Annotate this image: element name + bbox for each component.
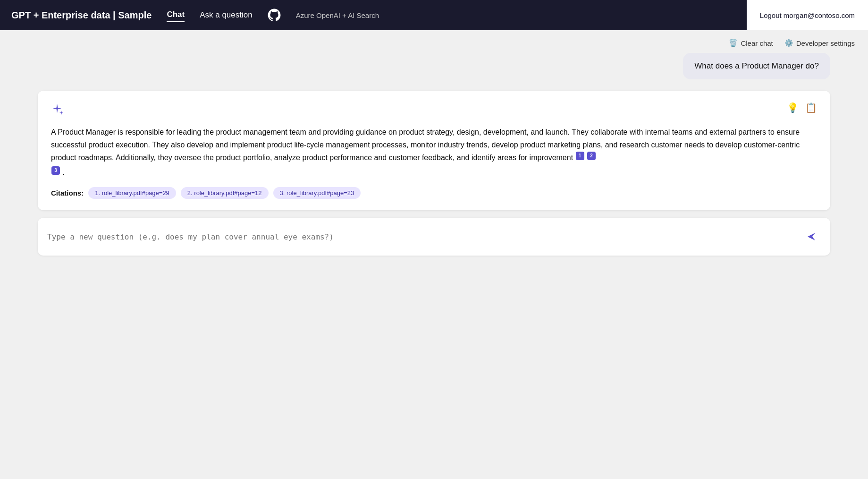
sparkle-icon <box>51 102 66 117</box>
service-label: Azure OpenAI + AI Search <box>296 11 379 19</box>
citation-chip-1[interactable]: 1. role_library.pdf#page=29 <box>88 187 176 199</box>
ai-card-actions: 💡 📋 <box>787 102 817 113</box>
logout-button[interactable]: Logout morgan@contoso.com <box>747 0 868 30</box>
main-content: What does a Product Manager do? 💡 📋 <box>0 53 868 479</box>
user-message-container: What does a Product Manager do? <box>38 53 830 79</box>
trash-icon: 🗑️ <box>729 39 738 47</box>
ai-response-text: A Product Manager is responsible for lea… <box>51 128 800 162</box>
citation-ref-3[interactable]: 3 <box>51 166 60 175</box>
gear-icon: ⚙️ <box>784 39 793 47</box>
citations-label: Citations: <box>51 189 84 197</box>
ai-card-header: 💡 📋 <box>51 102 817 117</box>
lightbulb-button[interactable]: 💡 <box>787 102 799 113</box>
app-header: GPT + Enterprise data | Sample Chat Ask … <box>0 0 868 30</box>
citations-row: Citations: 1. role_library.pdf#page=29 2… <box>51 187 817 199</box>
ai-response-card: 💡 📋 A Product Manager is responsible for… <box>38 91 830 210</box>
citation-ref-2[interactable]: 2 <box>587 152 596 160</box>
lightbulb-icon: 💡 <box>787 102 799 113</box>
ai-response-body: A Product Manager is responsible for lea… <box>51 126 817 179</box>
ai-icon-container <box>51 102 66 117</box>
send-button[interactable] <box>802 229 821 244</box>
toolbar: 🗑️ Clear chat ⚙️ Developer settings <box>0 30 868 53</box>
question-input[interactable] <box>47 232 802 241</box>
citation-chip-2[interactable]: 2. role_library.pdf#page=12 <box>181 187 269 199</box>
developer-settings-button[interactable]: ⚙️ Developer settings <box>784 39 855 47</box>
input-card <box>38 218 830 256</box>
github-icon <box>268 9 281 22</box>
clear-chat-button[interactable]: 🗑️ Clear chat <box>729 39 773 47</box>
send-icon <box>806 231 817 242</box>
nav-ask-question[interactable]: Ask a question <box>200 9 253 22</box>
github-link[interactable] <box>268 9 281 22</box>
trailing-period: . <box>62 168 64 176</box>
clipboard-icon: 📋 <box>805 102 817 113</box>
app-title: GPT + Enterprise data | Sample <box>11 10 152 21</box>
user-message-bubble: What does a Product Manager do? <box>683 53 830 79</box>
nav-chat[interactable]: Chat <box>167 8 185 22</box>
developer-settings-label: Developer settings <box>796 39 855 47</box>
citation-chip-3[interactable]: 3. role_library.pdf#page=23 <box>273 187 361 199</box>
main-nav: Chat Ask a question Azure OpenAI + AI Se… <box>167 8 746 22</box>
clipboard-button[interactable]: 📋 <box>805 102 817 113</box>
clear-chat-label: Clear chat <box>741 39 773 47</box>
citation-ref-1[interactable]: 1 <box>576 152 584 160</box>
